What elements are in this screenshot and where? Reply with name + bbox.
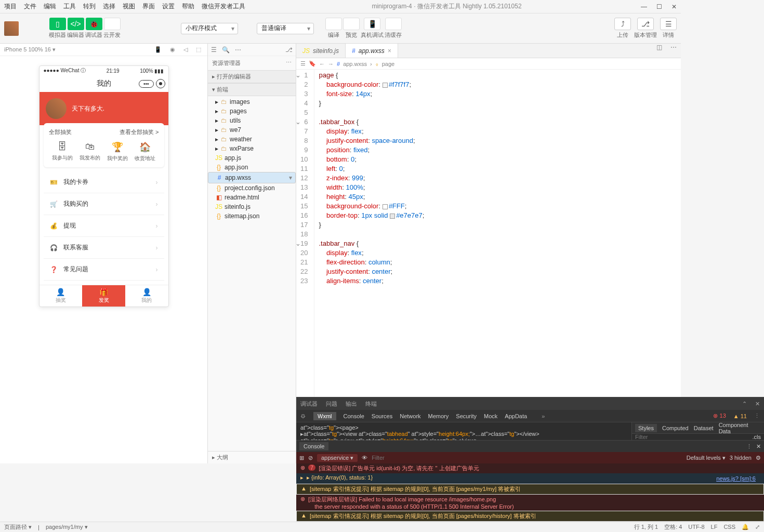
grid-我发布的[interactable]: 🛍我发布的	[80, 141, 100, 162]
menu-界面[interactable]: 界面	[142, 3, 155, 10]
file-readme.html[interactable]: ◧ readme.html	[208, 193, 296, 202]
outline-section[interactable]: ▸ 大纲	[208, 451, 296, 463]
devtop-Mock[interactable]: Mock	[484, 413, 497, 419]
grid-我中奖的[interactable]: 🏆我中奖的	[107, 141, 128, 162]
toolbar-真机调试[interactable]: 📱真机调试	[361, 18, 384, 39]
close-icon[interactable]: ✕	[671, 3, 677, 10]
open-editors-section[interactable]: ▸ 打开的编辑器	[208, 70, 296, 83]
devtop-Console[interactable]: Console	[344, 413, 364, 419]
folder-weather[interactable]: ▸ 🗀 weather	[208, 135, 296, 144]
list-提现[interactable]: 💰提现›	[44, 215, 164, 237]
menu-帮助[interactable]: 帮助	[182, 3, 194, 10]
list-我的卡券[interactable]: 🎫我的卡券›	[44, 171, 164, 193]
devtab-输出[interactable]: 输出	[346, 400, 357, 408]
tab-我的[interactable]: 👤我的	[125, 285, 168, 307]
toc-icon[interactable]: ☰	[300, 60, 306, 67]
tab-发奖[interactable]: 🎁发奖	[82, 285, 125, 307]
rotate-icon[interactable]: 📱	[152, 46, 164, 53]
menu-文件[interactable]: 文件	[24, 3, 36, 10]
clear-console-icon[interactable]: ⊘	[308, 455, 313, 461]
menu-视图[interactable]: 视图	[123, 3, 135, 10]
menu-icon[interactable]: •••	[139, 80, 154, 88]
file-project.config.json[interactable]: {} project.config.json	[208, 183, 296, 193]
tab-appwxss[interactable]: #app.wxss×	[346, 44, 398, 58]
avatar[interactable]	[4, 21, 19, 36]
toolbar-云开发[interactable]: ∞云开发	[103, 18, 121, 39]
file-app.json[interactable]: {} app.json	[208, 163, 296, 172]
menu-微信开发者工具[interactable]: 微信开发者工具	[202, 3, 245, 10]
menu-设置[interactable]: 设置	[162, 3, 175, 10]
record-icon[interactable]: ◉	[168, 46, 177, 53]
styletab-Styles[interactable]: Styles	[635, 424, 657, 432]
devtab-问题[interactable]: 问题	[326, 400, 337, 408]
git-icon[interactable]: ⎇	[285, 46, 293, 54]
explorer-more-icon[interactable]: ⋯	[286, 59, 292, 67]
toolbar-版本管理[interactable]: ⎇版本管理	[634, 18, 657, 39]
more-icon[interactable]: ⋯	[235, 46, 241, 54]
devtop-Security[interactable]: Security	[456, 413, 477, 419]
console-filter-input[interactable]	[372, 455, 681, 461]
list-我购买的[interactable]: 🛒我购买的›	[44, 193, 164, 215]
devtop-AppData[interactable]: AppData	[505, 413, 527, 419]
list-常见问题[interactable]: ❓常见问题›	[44, 259, 164, 281]
nav-fwd-icon[interactable]: →	[328, 61, 334, 67]
eye-icon[interactable]: 👁	[362, 455, 367, 461]
maximize-icon[interactable]: ☐	[656, 3, 662, 10]
file-sitemap.json[interactable]: {} sitemap.json	[208, 211, 296, 221]
toolbar-编辑器[interactable]: </>编辑器	[67, 18, 84, 39]
folder-wxParse[interactable]: ▸ 🗀 wxParse	[208, 144, 296, 153]
compile-select[interactable]: 普通编译	[257, 23, 314, 34]
toolbar-详情[interactable]: ☰详情	[660, 18, 677, 39]
editor-more-icon[interactable]: ⋯	[666, 44, 681, 58]
bookmark-icon[interactable]: 🔖	[309, 60, 316, 67]
devtop-Network[interactable]: Network	[400, 413, 420, 419]
menu-项目[interactable]: 项目	[4, 3, 17, 10]
devtab-终端[interactable]: 终端	[365, 400, 377, 408]
devtop-Wxml[interactable]: Wxml	[313, 412, 336, 420]
devtools-overflow-icon[interactable]: »	[542, 413, 545, 419]
styletab-Computed[interactable]: Computed	[662, 425, 681, 431]
folder-utils[interactable]: ▸ 🗀 utils	[208, 116, 296, 125]
tab-抽奖[interactable]: 👤抽奖	[39, 285, 83, 307]
back-icon[interactable]: ◁	[181, 46, 190, 53]
inspect-icon[interactable]: ⯐	[300, 413, 306, 419]
toolbar-清缓存[interactable]: 🗑清缓存	[385, 18, 402, 39]
toolbar-上传[interactable]: ⤴上传	[614, 18, 631, 39]
close-tab-icon[interactable]: ×	[388, 47, 391, 55]
split-icon[interactable]: ◫	[652, 44, 666, 58]
nav-back-icon[interactable]: ←	[319, 61, 325, 67]
context-select[interactable]: appservice ▾	[317, 454, 358, 462]
close-app-icon[interactable]	[156, 79, 165, 88]
mode-select[interactable]: 小程序模式	[181, 23, 238, 34]
folder-we7[interactable]: ▸ 🗀 we7	[208, 125, 296, 135]
view-all-link[interactable]: 查看全部抽奖 >	[120, 128, 159, 136]
menu-工具[interactable]: 工具	[63, 3, 76, 10]
file-siteinfo.js[interactable]: JS siteinfo.js	[208, 202, 296, 211]
grid-收货地址[interactable]: 🏠收货地址	[135, 141, 155, 162]
list-icon[interactable]: ☰	[211, 46, 217, 54]
menu-选择[interactable]: 选择	[103, 3, 115, 10]
menu-编辑[interactable]: 编辑	[44, 3, 56, 10]
toolbar-编译[interactable]: ↻编译	[325, 18, 342, 39]
console-tab[interactable]: Console	[299, 442, 328, 450]
devtab-调试器[interactable]: 调试器	[300, 400, 318, 408]
devtop-Memory[interactable]: Memory	[428, 413, 449, 419]
minimize-icon[interactable]: —	[641, 3, 647, 10]
menu-转到[interactable]: 转到	[83, 3, 96, 10]
styles-filter-input[interactable]	[635, 434, 681, 440]
toolbar-调试器[interactable]: 🐞调试器	[85, 18, 102, 39]
wxml-tree[interactable]: at">class="tg"><page>▸at">class="tg"><vi…	[296, 422, 631, 440]
folder-pages[interactable]: ▸ 🗀 pages	[208, 107, 296, 116]
devtop-Sources[interactable]: Sources	[372, 413, 392, 419]
list-联系客服[interactable]: 🎧联系客服›	[44, 237, 164, 259]
file-app.wxss[interactable]: # app.wxss	[208, 172, 296, 183]
console-toggle-icon[interactable]: ⊞	[299, 455, 304, 461]
search-icon[interactable]: 🔍	[222, 46, 230, 54]
grid-我参与的[interactable]: 🗄我参与的	[52, 141, 73, 162]
device-select[interactable]: iPhone 5 100% 16 ▾	[4, 46, 56, 53]
project-section[interactable]: ▾ 前端	[208, 83, 296, 96]
folder-images[interactable]: ▸ 🗀 images	[208, 97, 296, 107]
toolbar-模拟器[interactable]: ▯模拟器	[49, 18, 66, 39]
toolbar-预览[interactable]: 👁预览	[343, 18, 360, 39]
tab-siteinfo[interactable]: JSsiteinfo.js	[296, 44, 346, 58]
